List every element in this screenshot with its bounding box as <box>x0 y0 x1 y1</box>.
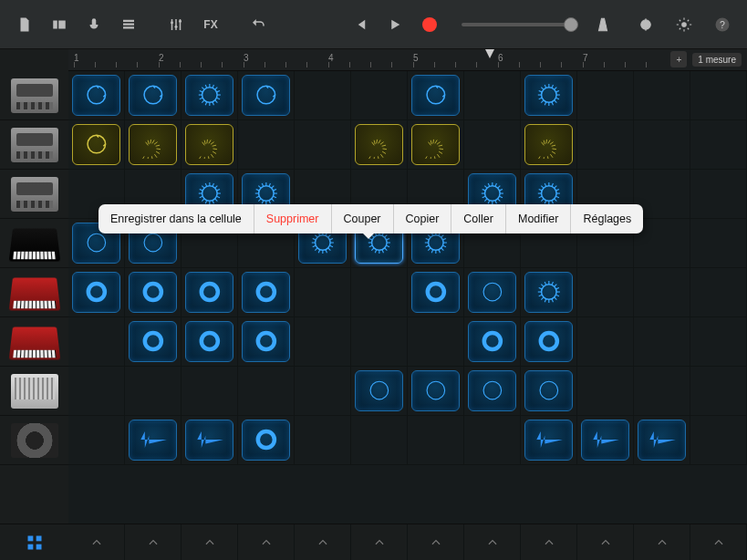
cell-slot[interactable] <box>521 268 577 317</box>
cell-slot[interactable] <box>295 71 351 120</box>
cell-slot[interactable] <box>690 71 747 120</box>
live-cell[interactable] <box>638 420 686 461</box>
cell-slot[interactable] <box>634 367 690 416</box>
cell-slot[interactable] <box>125 416 182 465</box>
cell-slot[interactable] <box>634 416 690 465</box>
cell-slot[interactable] <box>182 71 238 120</box>
column-trigger[interactable] <box>577 524 634 560</box>
tracks-button[interactable] <box>113 11 144 38</box>
track-header-drum-machine-3[interactable] <box>0 170 68 219</box>
cell-slot[interactable] <box>577 317 634 367</box>
timeline-ruler[interactable]: + 1 mesure 1234567 <box>68 49 747 71</box>
cell-slot[interactable] <box>690 367 747 416</box>
cell-slot[interactable] <box>690 317 747 367</box>
live-cell[interactable] <box>411 75 460 116</box>
undo-button[interactable] <box>243 11 274 38</box>
live-cell[interactable] <box>129 420 177 461</box>
menu-item-modifier[interactable]: Modifier <box>506 204 571 233</box>
cell-slot[interactable] <box>464 416 521 465</box>
measure-display[interactable]: 1 mesure <box>692 53 742 67</box>
play-button[interactable] <box>379 11 410 38</box>
column-trigger[interactable] <box>182 524 238 560</box>
track-header-keys-3[interactable] <box>0 317 68 367</box>
live-cell[interactable] <box>129 124 177 165</box>
live-cell[interactable] <box>72 75 120 116</box>
track-header-keys-2[interactable] <box>0 268 68 317</box>
cell-slot[interactable] <box>351 367 408 416</box>
mic-button[interactable] <box>78 11 109 38</box>
live-cell[interactable] <box>242 75 290 116</box>
view-mode-button[interactable] <box>44 11 75 38</box>
cell-slot[interactable] <box>690 170 747 219</box>
cell-slot[interactable] <box>351 416 408 465</box>
track-header-keys-1[interactable] <box>0 219 68 268</box>
cell-slot[interactable] <box>634 268 690 317</box>
cell-slot[interactable] <box>464 268 521 317</box>
live-cell[interactable] <box>185 321 233 362</box>
cell-slot[interactable] <box>408 120 464 170</box>
cell-slot[interactable] <box>182 120 238 170</box>
cell-slot[interactable] <box>351 317 408 367</box>
live-cell[interactable] <box>185 124 233 165</box>
menu-item-enregistrer-dans-la-cellule[interactable]: Enregistrer dans la cellule <box>99 204 254 233</box>
column-trigger[interactable] <box>68 524 125 560</box>
loop-button[interactable] <box>630 11 661 38</box>
menu-item-supprimer[interactable]: Supprimer <box>254 204 332 233</box>
live-cell[interactable] <box>411 272 460 313</box>
column-trigger[interactable] <box>295 524 351 560</box>
live-cell[interactable] <box>185 420 233 461</box>
cell-slot[interactable] <box>68 268 125 317</box>
add-section-button[interactable]: + <box>670 51 687 67</box>
cell-slot[interactable] <box>690 416 747 465</box>
live-cell[interactable] <box>242 272 290 313</box>
metronome-button[interactable] <box>587 11 618 38</box>
cell-slot[interactable] <box>125 367 182 416</box>
column-trigger[interactable] <box>690 524 747 560</box>
help-button[interactable]: ? <box>707 11 738 38</box>
cell-slot[interactable] <box>521 367 577 416</box>
cell-slot[interactable] <box>125 317 182 367</box>
record-button[interactable] <box>414 11 445 38</box>
live-cell[interactable] <box>72 272 120 313</box>
cell-slot[interactable] <box>408 268 464 317</box>
cell-slot[interactable] <box>68 367 125 416</box>
cell-slot[interactable] <box>238 120 295 170</box>
cell-slot[interactable] <box>238 317 295 367</box>
cell-slot[interactable] <box>182 268 238 317</box>
cell-slot[interactable] <box>351 71 408 120</box>
cell-slot[interactable] <box>577 367 634 416</box>
live-cell[interactable] <box>129 75 177 116</box>
file-button[interactable] <box>9 11 40 38</box>
cell-slot[interactable] <box>68 416 125 465</box>
column-trigger[interactable] <box>408 524 464 560</box>
live-cell[interactable] <box>355 370 403 411</box>
cell-slot[interactable] <box>238 416 295 465</box>
live-cell[interactable] <box>242 321 290 362</box>
column-trigger[interactable] <box>464 524 521 560</box>
cell-slot[interactable] <box>634 317 690 367</box>
live-cell[interactable] <box>468 321 516 362</box>
fx-button[interactable]: FX <box>195 11 226 38</box>
cell-slot[interactable] <box>238 367 295 416</box>
live-cell[interactable] <box>185 75 233 116</box>
column-trigger[interactable] <box>238 524 295 560</box>
cell-slot[interactable] <box>521 416 577 465</box>
live-cell[interactable] <box>72 124 120 165</box>
cell-slot[interactable] <box>125 71 182 120</box>
menu-item-couper[interactable]: Couper <box>332 204 394 233</box>
live-cell[interactable] <box>468 272 516 313</box>
cell-slot[interactable] <box>238 268 295 317</box>
cell-slot[interactable] <box>408 317 464 367</box>
cell-slot[interactable] <box>182 317 238 367</box>
cell-slot[interactable] <box>351 268 408 317</box>
volume-slider[interactable] <box>462 23 571 26</box>
cell-slot[interactable] <box>295 317 351 367</box>
cell-slot[interactable] <box>577 71 634 120</box>
column-trigger[interactable] <box>125 524 182 560</box>
cell-slot[interactable] <box>295 416 351 465</box>
track-header-synth[interactable] <box>0 367 68 416</box>
menu-item-réglages[interactable]: Réglages <box>571 204 643 233</box>
cell-slot[interactable] <box>408 367 464 416</box>
cell-slot[interactable] <box>690 219 747 268</box>
cell-slot[interactable] <box>577 416 634 465</box>
